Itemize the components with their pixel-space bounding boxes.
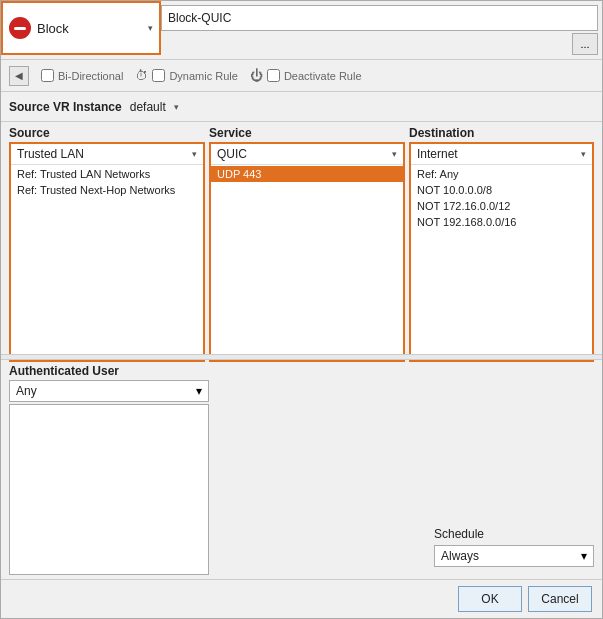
source-list: Ref: Trusted LAN Networks Ref: Trusted N… (11, 165, 203, 360)
vr-label: Source VR Instance (9, 100, 122, 114)
deactivate-icon: ⏻ (250, 68, 263, 83)
list-item[interactable]: NOT 192.168.0.0/16 (411, 214, 592, 230)
back-icon: ◀ (15, 70, 23, 81)
back-button[interactable]: ◀ (9, 66, 29, 86)
dynamic-rule-checkbox[interactable] (152, 69, 165, 82)
service-header: Service (209, 126, 409, 140)
vr-row: Source VR Instance default ▾ (1, 92, 602, 122)
auth-label: Authenticated User (9, 364, 209, 378)
destination-selected: Internet (417, 147, 581, 161)
source-dropdown[interactable]: Trusted LAN ▾ (11, 144, 203, 165)
destination-header: Destination (409, 126, 594, 140)
deactivate-rule-checkbox[interactable] (267, 69, 280, 82)
vr-value: default (130, 100, 166, 114)
dialog: Block ▾ ... ◀ Bi-Directional ⏱ Dynamic R… (0, 0, 603, 619)
ok-button[interactable]: OK (458, 586, 522, 612)
schedule-dropdown-arrow: ▾ (581, 549, 587, 563)
deactivate-rule-option: ⏻ Deactivate Rule (250, 68, 362, 83)
top-row: Block ▾ ... (1, 1, 602, 60)
auth-list (9, 404, 209, 576)
auth-selected: Any (16, 384, 196, 398)
source-arrow: ▾ (192, 149, 197, 159)
source-selected: Trusted LAN (17, 147, 192, 161)
destination-list: Ref: Any NOT 10.0.0.0/8 NOT 172.16.0.0/1… (411, 165, 592, 360)
bidirectional-option: Bi-Directional (41, 69, 123, 82)
service-dropdown[interactable]: QUIC ▾ (211, 144, 403, 165)
rule-name-input[interactable] (161, 5, 598, 31)
list-item[interactable]: NOT 172.16.0.0/12 (411, 198, 592, 214)
dynamic-rule-label: Dynamic Rule (169, 70, 237, 82)
list-item[interactable]: Ref: Trusted Next-Hop Networks (11, 182, 203, 198)
destination-arrow: ▾ (581, 149, 586, 159)
ellipsis-button[interactable]: ... (572, 33, 598, 55)
list-item[interactable]: Ref: Trusted LAN Networks (11, 166, 203, 182)
schedule-area: Schedule Always ▾ (434, 364, 594, 576)
auth-dropdown[interactable]: Any ▾ (9, 380, 209, 402)
options-row: ◀ Bi-Directional ⏱ Dynamic Rule ⏻ Deacti… (1, 60, 602, 92)
schedule-selected: Always (441, 549, 581, 563)
list-item[interactable]: Ref: Any (411, 166, 592, 182)
auth-section: Authenticated User Any ▾ Schedule Always… (1, 360, 602, 580)
deactivate-rule-label: Deactivate Rule (284, 70, 362, 82)
name-area: ... (161, 1, 602, 59)
dynamic-icon: ⏱ (135, 68, 148, 83)
middle-spacer (217, 364, 426, 576)
schedule-label: Schedule (434, 527, 594, 541)
action-select[interactable]: Block ▾ (1, 1, 161, 55)
bidirectional-checkbox[interactable] (41, 69, 54, 82)
service-list: UDP 443 (211, 165, 403, 360)
service-panel: QUIC ▾ UDP 443 (209, 142, 405, 362)
schedule-dropdown[interactable]: Always ▾ (434, 545, 594, 567)
service-arrow: ▾ (392, 149, 397, 159)
auth-dropdown-arrow: ▾ (196, 384, 202, 398)
auth-panel: Authenticated User Any ▾ (9, 364, 209, 576)
cancel-button[interactable]: Cancel (528, 586, 592, 612)
service-selected: QUIC (217, 147, 392, 161)
action-label: Block (37, 21, 144, 36)
vr-dropdown-arrow[interactable]: ▾ (174, 102, 179, 112)
bottom-row: OK Cancel (1, 579, 602, 618)
source-panel: Trusted LAN ▾ Ref: Trusted LAN Networks … (9, 142, 205, 362)
source-header: Source (9, 126, 209, 140)
destination-panel: Internet ▾ Ref: Any NOT 10.0.0.0/8 NOT 1… (409, 142, 594, 362)
columns-content: Trusted LAN ▾ Ref: Trusted LAN Networks … (1, 142, 602, 354)
action-dropdown-arrow: ▾ (148, 23, 153, 33)
bidirectional-label: Bi-Directional (58, 70, 123, 82)
destination-dropdown[interactable]: Internet ▾ (411, 144, 592, 165)
dynamic-rule-option: ⏱ Dynamic Rule (135, 68, 237, 83)
list-item[interactable]: NOT 10.0.0.0/8 (411, 182, 592, 198)
list-item[interactable]: UDP 443 (211, 166, 403, 182)
block-icon (9, 17, 31, 39)
columns-header: Source Service Destination (1, 122, 602, 142)
